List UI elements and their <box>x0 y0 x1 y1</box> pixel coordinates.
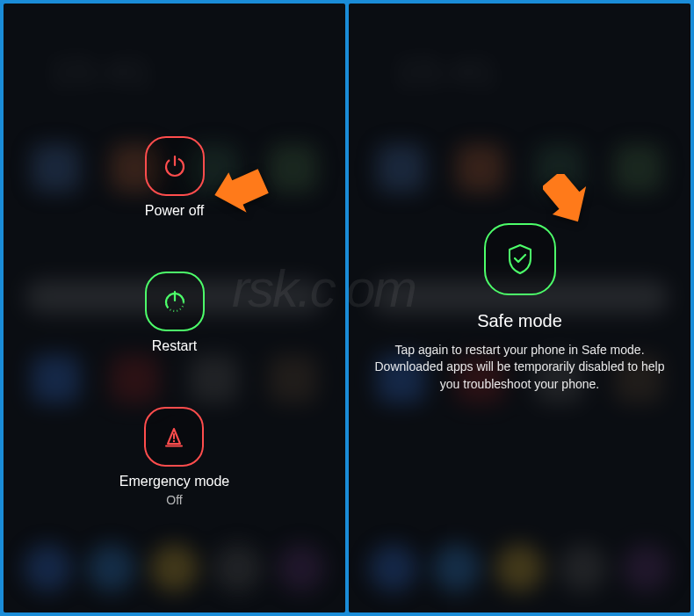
safe-mode-title: Safe mode <box>373 311 666 331</box>
power-menu: Power off Restart <box>4 4 345 612</box>
restart-icon <box>145 272 205 331</box>
safe-mode-description: Tap again to restart your phone in Safe … <box>373 342 666 394</box>
emergency-label: Emergency mode <box>119 474 229 489</box>
emergency-status: Off <box>166 493 182 507</box>
restart-label: Restart <box>152 338 198 354</box>
emergency-icon <box>144 407 204 467</box>
shield-icon <box>502 241 539 278</box>
power-off-label: Power off <box>145 203 204 219</box>
safe-mode-panel: 15:41 rsk.com <box>349 4 690 612</box>
power-off-button[interactable]: Power off <box>145 136 205 219</box>
safe-mode-prompt: Safe mode Tap again to restart your phon… <box>349 4 690 612</box>
safe-mode-button[interactable] <box>484 223 556 295</box>
svg-point-6 <box>173 439 175 441</box>
power-menu-panel: 15:41 rsk.c <box>4 4 345 612</box>
restart-button[interactable]: Restart <box>145 272 205 354</box>
emergency-mode-button[interactable]: Emergency mode Off <box>119 407 229 507</box>
power-off-icon <box>145 136 205 196</box>
